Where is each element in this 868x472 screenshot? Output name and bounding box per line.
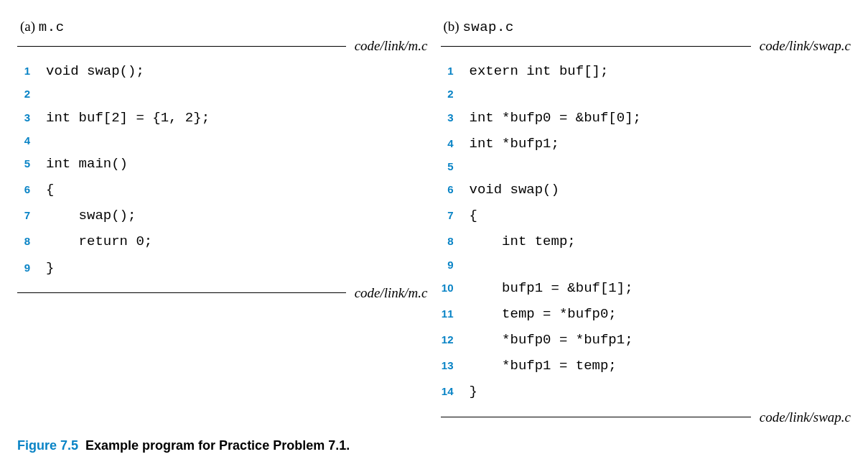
right-top-path: code/link/swap.c xyxy=(760,38,851,54)
code-line: swap(); xyxy=(46,203,136,228)
code-line: *bufp0 = *bufp1; xyxy=(470,327,633,353)
left-top-rule: code/link/m.c xyxy=(17,38,428,54)
right-bottom-path: code/link/swap.c xyxy=(760,409,851,425)
line-number: 8 xyxy=(17,231,46,252)
right-top-hr xyxy=(441,46,751,47)
code-row: 5int main() xyxy=(17,151,428,177)
left-bottom-rule: code/link/m.c xyxy=(17,285,428,301)
code-line: extern int buf[]; xyxy=(470,58,609,84)
left-code-block: 1void swap();23int buf[2] = {1, 2};45int… xyxy=(17,54,428,285)
code-row: 2 xyxy=(441,84,851,105)
left-top-hr xyxy=(17,46,346,47)
code-row: 14} xyxy=(441,379,851,404)
line-number: 8 xyxy=(441,231,470,252)
code-row: 3int *bufp0 = &buf[0]; xyxy=(441,105,851,131)
code-row: 2 xyxy=(17,84,428,105)
line-number: 3 xyxy=(441,108,470,129)
columns: (a) m.c code/link/m.c 1void swap();23int… xyxy=(17,14,851,425)
line-number: 3 xyxy=(17,108,46,129)
code-row: 8 int temp; xyxy=(441,228,851,254)
right-column: (b) swap.c code/link/swap.c 1extern int … xyxy=(441,14,851,425)
code-line: temp = *bufp0; xyxy=(470,301,617,327)
code-line: { xyxy=(470,203,477,228)
code-line: return 0; xyxy=(46,228,152,254)
code-row: 5 xyxy=(441,157,851,177)
figure-title: Example program for Practice Problem 7.1… xyxy=(85,438,350,453)
code-row: 11 temp = *bufp0; xyxy=(441,301,851,327)
line-number: 2 xyxy=(441,84,470,105)
line-number: 2 xyxy=(17,84,46,105)
code-row: 7 swap(); xyxy=(17,203,428,228)
line-number: 11 xyxy=(441,304,470,325)
code-line: bufp1 = &buf[1]; xyxy=(470,275,633,301)
code-row: 1void swap(); xyxy=(17,58,428,84)
right-bottom-rule: code/link/swap.c xyxy=(441,409,851,425)
line-number: 13 xyxy=(441,356,470,376)
line-number: 1 xyxy=(17,61,46,82)
code-line: int main() xyxy=(46,151,128,177)
left-bottom-hr xyxy=(17,292,346,293)
code-row: 4 xyxy=(17,131,428,152)
code-row: 13 *bufp1 = temp; xyxy=(441,353,851,379)
left-bottom-path: code/link/m.c xyxy=(355,285,428,301)
line-number: 1 xyxy=(441,61,470,82)
line-number: 9 xyxy=(17,258,46,279)
line-number: 7 xyxy=(17,205,46,226)
code-line: int *bufp0 = &buf[0]; xyxy=(470,105,641,131)
code-row: 8 return 0; xyxy=(17,228,428,254)
code-line: *bufp1 = temp; xyxy=(470,353,617,379)
line-number: 5 xyxy=(17,154,46,175)
right-code-block: 1extern int buf[];23int *bufp0 = &buf[0]… xyxy=(441,54,851,409)
code-line: void swap(); xyxy=(46,58,144,84)
code-row: 9} xyxy=(17,255,428,281)
code-line: } xyxy=(470,379,477,404)
left-label-filename: m.c xyxy=(39,19,65,35)
line-number: 4 xyxy=(441,134,470,154)
figure-number: Figure 7.5 xyxy=(17,438,78,453)
line-number: 10 xyxy=(441,278,470,299)
code-row: 6{ xyxy=(17,177,428,203)
code-line: { xyxy=(46,177,54,203)
figure-caption: Figure 7.5 Example program for Practice … xyxy=(17,438,851,453)
code-row: 6void swap() xyxy=(441,177,851,203)
code-line: void swap() xyxy=(470,177,559,203)
code-row: 4int *bufp1; xyxy=(441,131,851,157)
code-row: 9 xyxy=(441,255,851,276)
code-row: 12 *bufp0 = *bufp1; xyxy=(441,327,851,353)
line-number: 6 xyxy=(441,180,470,200)
left-label: (a) m.c xyxy=(20,19,425,35)
line-number: 12 xyxy=(441,330,470,351)
line-number: 5 xyxy=(441,157,470,177)
right-top-rule: code/link/swap.c xyxy=(441,38,851,54)
code-row: 10 bufp1 = &buf[1]; xyxy=(441,275,851,301)
left-column: (a) m.c code/link/m.c 1void swap();23int… xyxy=(17,14,428,301)
code-row: 3int buf[2] = {1, 2}; xyxy=(17,105,428,131)
left-label-part: (a) xyxy=(20,19,39,34)
line-number: 7 xyxy=(441,205,470,226)
right-bottom-hr xyxy=(441,417,751,417)
line-number: 6 xyxy=(17,180,46,200)
code-line: } xyxy=(46,255,54,281)
code-line: int buf[2] = {1, 2}; xyxy=(46,105,210,131)
code-line: int temp; xyxy=(470,228,576,254)
line-number: 14 xyxy=(441,381,470,402)
code-row: 7{ xyxy=(441,203,851,228)
right-label-filename: swap.c xyxy=(462,19,513,35)
line-number: 4 xyxy=(17,131,46,152)
right-label: (b) swap.c xyxy=(444,19,849,35)
right-label-part: (b) xyxy=(444,19,463,34)
code-row: 1extern int buf[]; xyxy=(441,58,851,84)
left-top-path: code/link/m.c xyxy=(355,38,428,54)
line-number: 9 xyxy=(441,255,470,276)
code-line: int *bufp1; xyxy=(470,131,559,157)
